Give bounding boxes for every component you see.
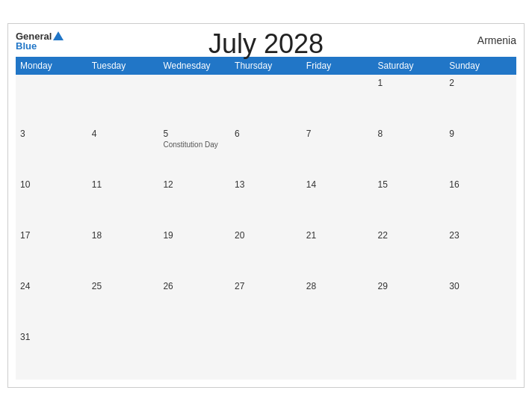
calendar-cell xyxy=(302,329,374,380)
day-number: 27 xyxy=(235,281,244,291)
calendar-cell xyxy=(16,75,87,126)
calendar-cell xyxy=(230,75,302,126)
day-number: 10 xyxy=(20,179,30,190)
calendar-week-row: 12 xyxy=(16,75,516,126)
calendar-cell: 26 xyxy=(158,278,230,329)
calendar-cell: 31 xyxy=(16,329,87,380)
calendar-cell: 24 xyxy=(16,278,87,329)
calendar-cell xyxy=(374,329,445,380)
calendar-cell: 28 xyxy=(302,278,374,329)
day-number: 28 xyxy=(306,281,316,291)
calendar-cell: 27 xyxy=(230,278,302,329)
logo-blue-text: Blue xyxy=(16,41,37,51)
day-number: 23 xyxy=(449,230,459,241)
calendar-week-row: 17181920212223 xyxy=(16,227,516,278)
day-number: 25 xyxy=(92,281,102,291)
day-number: 4 xyxy=(92,129,97,139)
day-number: 12 xyxy=(163,179,173,190)
calendar-cell: 14 xyxy=(302,176,374,227)
calendar-cell: 9 xyxy=(445,126,516,176)
calendar-cell: 25 xyxy=(87,278,159,329)
logo: General Blue xyxy=(16,31,64,51)
calendar-cell: 22 xyxy=(374,227,445,278)
calendar-cell: 13 xyxy=(230,176,302,227)
calendar-cell xyxy=(87,75,159,126)
day-number: 19 xyxy=(163,230,173,241)
calendar-cell: 1 xyxy=(374,75,445,126)
day-number: 14 xyxy=(306,179,316,190)
day-number: 16 xyxy=(449,179,459,190)
day-number: 26 xyxy=(163,281,173,291)
calendar-cell: 16 xyxy=(445,176,516,227)
calendar-cell: 11 xyxy=(87,176,159,227)
calendar-cell: 7 xyxy=(302,126,374,176)
day-number: 1 xyxy=(378,78,383,88)
calendar-cell: 2 xyxy=(445,75,516,126)
day-number: 13 xyxy=(235,179,244,190)
calendar-cell: 17 xyxy=(16,227,87,278)
calendar-week-row: 10111213141516 xyxy=(16,176,516,227)
calendar-cell: 19 xyxy=(158,227,230,278)
calendar-cell: 12 xyxy=(158,176,230,227)
country-name: Armenia xyxy=(477,34,516,46)
calendar-cell xyxy=(158,329,230,380)
calendar-cell: 6 xyxy=(230,126,302,176)
calendar-grid: Monday Tuesday Wednesday Thursday Friday… xyxy=(16,57,516,380)
day-number: 15 xyxy=(378,179,388,190)
calendar-cell: 8 xyxy=(374,126,445,176)
calendar-cell: 20 xyxy=(230,227,302,278)
day-number: 9 xyxy=(449,129,454,139)
calendar-week-row: 24252627282930 xyxy=(16,278,516,329)
calendar-header: General Blue July 2028 Armenia xyxy=(16,31,516,51)
calendar-container: General Blue July 2028 Armenia Monday Tu… xyxy=(7,23,525,388)
calendar-cell xyxy=(87,329,159,380)
day-number: 30 xyxy=(449,281,459,291)
day-number: 20 xyxy=(235,230,244,241)
calendar-week-row: 345Constitution Day6789 xyxy=(16,126,516,176)
calendar-cell xyxy=(230,329,302,380)
day-number: 18 xyxy=(92,230,102,241)
calendar-cell: 5Constitution Day xyxy=(158,126,230,176)
holiday-label: Constitution Day xyxy=(163,140,226,149)
calendar-cell: 30 xyxy=(445,278,516,329)
calendar-cell: 23 xyxy=(445,227,516,278)
header-monday: Monday xyxy=(16,57,87,75)
calendar-week-row: 31 xyxy=(16,329,516,380)
calendar-cell: 15 xyxy=(374,176,445,227)
calendar-title: July 2028 xyxy=(208,28,324,60)
day-number: 31 xyxy=(20,332,30,342)
header-saturday: Saturday xyxy=(374,57,445,75)
day-number: 7 xyxy=(306,129,312,139)
day-number: 24 xyxy=(20,281,30,291)
day-number: 11 xyxy=(92,179,102,190)
calendar-cell: 29 xyxy=(374,278,445,329)
day-number: 17 xyxy=(20,230,30,241)
day-number: 6 xyxy=(235,129,240,139)
calendar-cell xyxy=(158,75,230,126)
day-number: 3 xyxy=(20,129,25,139)
calendar-cell: 4 xyxy=(87,126,159,176)
calendar-cell: 10 xyxy=(16,176,87,227)
calendar-cell: 3 xyxy=(16,126,87,176)
day-number: 8 xyxy=(378,129,383,139)
logo-triangle-icon xyxy=(53,31,64,40)
day-number: 2 xyxy=(449,78,454,88)
calendar-cell xyxy=(445,329,516,380)
day-number: 5 xyxy=(163,129,168,139)
day-number: 22 xyxy=(378,230,388,241)
header-tuesday: Tuesday xyxy=(87,57,159,75)
day-number: 21 xyxy=(306,230,316,241)
calendar-cell xyxy=(302,75,374,126)
calendar-cell: 18 xyxy=(87,227,159,278)
day-number: 29 xyxy=(378,281,388,291)
header-sunday: Sunday xyxy=(445,57,516,75)
calendar-cell: 21 xyxy=(302,227,374,278)
